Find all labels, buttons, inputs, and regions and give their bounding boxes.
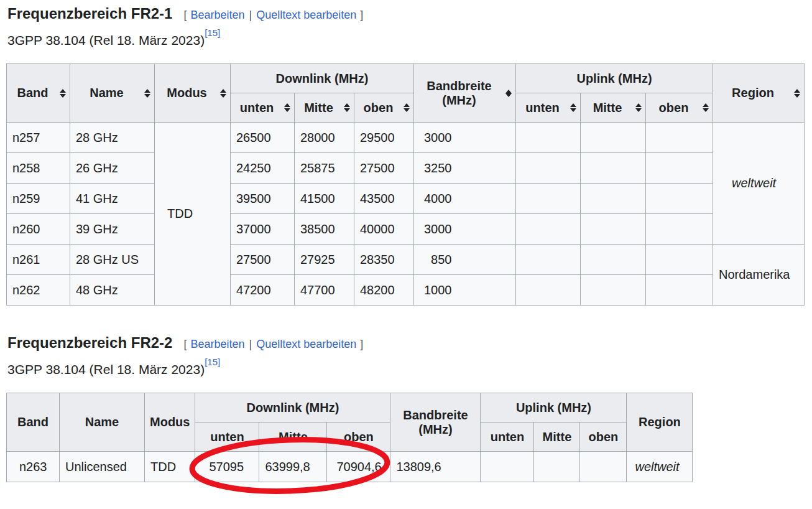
cell-dl-oben: 48200 <box>354 275 414 306</box>
cell-dl-unten: 47200 <box>231 275 295 306</box>
cell-dl-unten: 37000 <box>231 214 295 245</box>
cell-region-nordamerika: Nordamerika <box>713 245 805 306</box>
cell-band: n259 <box>7 184 70 214</box>
cell-dl-mitte: 63999,8 <box>259 452 327 482</box>
column-header-region: Region <box>627 393 693 452</box>
edit-source-link[interactable]: Quelltext bearbeiten <box>256 9 356 21</box>
empty-cell <box>646 214 713 245</box>
cell-dl-mitte: 28000 <box>295 123 354 153</box>
edit-section: [Bearbeiten|Quelltext bearbeiten] <box>183 6 363 24</box>
cell-bandbreite: 3000 <box>414 214 516 245</box>
sort-icon <box>794 89 800 98</box>
edit-section: [Bearbeiten|Quelltext bearbeiten] <box>183 335 363 353</box>
empty-cell <box>581 123 646 153</box>
cell-dl-oben: 29500 <box>354 123 414 153</box>
sort-icon <box>284 103 290 112</box>
cell-dl-mitte: 27925 <box>295 245 354 275</box>
cell-bandbreite: 3000 <box>414 123 516 153</box>
cell-dl-oben: 70904,6 <box>327 452 390 482</box>
section-heading-fr2-1: Frequenzbereich FR2-1 [Bearbeiten|Quellt… <box>7 5 812 22</box>
cell-bandbreite: 3250 <box>414 153 516 184</box>
column-header-dl-mitte: Mitte <box>259 423 327 452</box>
reference-link-15[interactable]: [15] <box>205 357 220 367</box>
empty-cell <box>516 245 581 275</box>
column-header-region[interactable]: Region <box>713 64 805 123</box>
empty-cell <box>516 214 581 245</box>
cell-dl-oben: 40000 <box>354 214 414 245</box>
cell-name: 28 GHz US <box>70 245 155 275</box>
sort-icon <box>220 89 226 98</box>
column-header-ul-unten[interactable]: unten <box>516 93 581 123</box>
table-row-n260: n260 39 GHz 37000 38500 40000 3000 <box>7 214 805 245</box>
sort-icon <box>505 90 512 97</box>
empty-cell <box>581 245 646 275</box>
cell-region: weltweit <box>627 452 693 482</box>
empty-cell <box>646 123 713 153</box>
cell-dl-unten: 24250 <box>231 153 295 184</box>
column-header-name[interactable]: Name <box>70 64 155 123</box>
empty-cell <box>581 214 646 245</box>
reference-link-15[interactable]: [15] <box>205 27 220 38</box>
cell-dl-oben: 43500 <box>354 184 414 214</box>
page-title-fr2-1: Frequenzbereich FR2-1 <box>7 5 172 22</box>
source-line: 3GPP 38.104 (Rel 18. März 2023)[15] <box>7 32 812 49</box>
sort-icon <box>60 89 66 98</box>
bracket-close: ] <box>360 338 363 350</box>
empty-cell <box>516 123 581 153</box>
column-group-uplink: Uplink (MHz) <box>516 64 713 93</box>
column-header-dl-unten: unten <box>195 423 259 452</box>
column-header-ul-mitte[interactable]: Mitte <box>581 93 646 123</box>
column-header-dl-mitte[interactable]: Mitte <box>295 93 354 123</box>
cell-bandbreite: 850 <box>414 245 516 275</box>
cell-dl-unten: 26500 <box>231 123 295 153</box>
column-header-modus: Modus <box>145 393 195 452</box>
cell-bandbreite: 13809,6 <box>390 452 481 482</box>
table-row-n259: n259 41 GHz 39500 41500 43500 4000 <box>7 184 805 214</box>
table-row-n258: n258 26 GHz 24250 25875 27500 3250 <box>7 153 805 184</box>
cell-dl-oben: 27500 <box>354 153 414 184</box>
column-header-ul-mitte: Mitte <box>534 423 580 452</box>
cell-region-weltweit: weltweit <box>713 123 805 245</box>
cell-band: n261 <box>7 245 70 275</box>
table-row-n262: n262 48 GHz 47200 47700 48200 1000 <box>7 275 805 306</box>
column-group-downlink: Downlink (MHz) <box>195 393 390 423</box>
column-header-dl-oben[interactable]: oben <box>354 93 414 123</box>
empty-cell <box>516 275 581 306</box>
column-header-bandbreite[interactable]: Bandbreite(MHz) <box>414 64 516 123</box>
bracket-close: ] <box>360 9 363 21</box>
cell-band: n262 <box>7 275 70 306</box>
column-header-ul-oben[interactable]: oben <box>646 93 713 123</box>
empty-cell <box>581 275 646 306</box>
cell-name: 41 GHz <box>70 184 155 214</box>
empty-cell <box>580 452 627 482</box>
edit-link[interactable]: Bearbeiten <box>190 338 244 350</box>
edit-source-link[interactable]: Quelltext bearbeiten <box>256 338 356 350</box>
empty-cell <box>646 153 713 184</box>
source-text: 3GPP 38.104 (Rel 18. März 2023) <box>7 33 205 47</box>
page-title-fr2-2: Frequenzbereich FR2-2 <box>7 334 172 352</box>
table-row-n257: n257 28 GHz TDD 26500 28000 29500 3000 w… <box>7 123 805 153</box>
column-header-dl-unten[interactable]: unten <box>231 93 295 123</box>
column-header-ul-unten: unten <box>481 423 534 452</box>
cell-name: 26 GHz <box>70 153 155 184</box>
empty-cell <box>516 184 581 214</box>
source-line: 3GPP 38.104 (Rel 18. März 2023)[15] <box>7 362 812 378</box>
cell-dl-unten: 27500 <box>231 245 295 275</box>
cell-band: n258 <box>7 153 70 184</box>
column-group-downlink: Downlink (MHz) <box>231 64 414 93</box>
table-row-n263: n263 Unlicensed TDD 57095 63999,8 70904,… <box>7 452 693 482</box>
cell-name: 39 GHz <box>70 214 155 245</box>
column-header-modus[interactable]: Modus <box>155 64 231 123</box>
cell-dl-mitte: 47700 <box>295 275 354 306</box>
cell-band: n260 <box>7 214 70 245</box>
reference-sup: [15] <box>205 27 220 38</box>
empty-cell <box>646 245 713 275</box>
column-header-band[interactable]: Band <box>7 64 70 123</box>
edit-link[interactable]: Bearbeiten <box>190 9 244 21</box>
empty-cell <box>516 153 581 184</box>
cell-name: 48 GHz <box>70 275 155 306</box>
heading-text: Frequenzbereich FR2-2 <box>7 334 172 351</box>
reference-sup: [15] <box>205 357 220 367</box>
cell-dl-unten: 57095 <box>195 452 259 482</box>
cell-name: 28 GHz <box>70 123 155 153</box>
